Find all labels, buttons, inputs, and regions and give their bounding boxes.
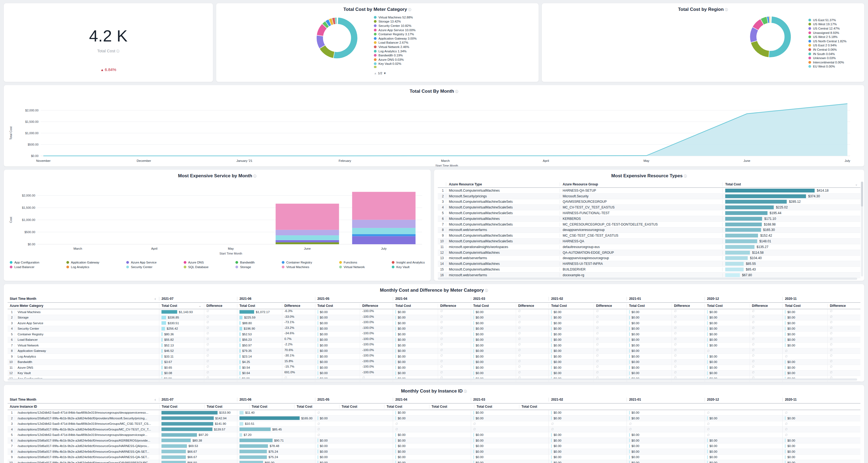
pager-up-icon[interactable]: ▲	[374, 71, 377, 75]
total-cost-header[interactable]: Total Cost	[393, 304, 438, 308]
legend-item[interactable]: US Central 12.47%	[808, 26, 846, 31]
bar-segment[interactable]	[276, 235, 339, 240]
chevron-left-icon[interactable]: ‹	[155, 397, 159, 402]
month-header[interactable]: 2021-01	[627, 398, 705, 402]
legend-item[interactable]: Virtual Machines 52.88%	[374, 15, 417, 20]
total-cost-header[interactable]: Total Cost	[384, 405, 429, 408]
legend-item[interactable]: Application Gateway	[66, 260, 99, 265]
total-cost-header[interactable]: Total Cost	[782, 304, 827, 308]
legend-item[interactable]: Storage 13.42%	[374, 20, 417, 24]
month-header[interactable]: 2021-05	[315, 398, 393, 402]
table-row[interactable]: 10Microsoft.Compute/virtualMachineScaleS…	[438, 238, 860, 244]
month-header[interactable]: 2021-03	[471, 398, 549, 402]
legend-item[interactable]: US West 19.17%	[808, 22, 846, 27]
month-header[interactable]: 2021-03	[471, 297, 549, 300]
month-header[interactable]: 2021-04	[393, 297, 471, 300]
table-row[interactable]: 6Microsoft.Compute/virtualMachinesKERBER…	[438, 216, 860, 222]
difference-header[interactable]: Difference	[750, 304, 783, 308]
legend-item[interactable]: Key Vault 0.02%	[374, 62, 417, 66]
legend-item[interactable]: IN South 0.04%	[808, 52, 846, 56]
horizontal-scrollbar[interactable]	[438, 278, 857, 280]
table-row[interactable]: 11Azure DNS$0.65∅$0.54-15.7%$0.00-100.0%…	[8, 365, 860, 371]
legend-item[interactable]: Log Analytics 1.34%	[374, 49, 417, 53]
legend-item[interactable]: Azure App Service	[126, 260, 157, 265]
chevron-left-icon[interactable]: ‹	[155, 296, 159, 301]
legend-item[interactable]: EU West 0.00%	[808, 64, 846, 69]
legend-item[interactable]: Container Registry	[282, 260, 312, 265]
bar-segment[interactable]	[352, 236, 415, 244]
month-header[interactable]: 2021-05	[315, 297, 393, 300]
legend-item[interactable]: Insight and Analytics	[392, 260, 425, 265]
month-header[interactable]: 2021-06	[237, 297, 315, 300]
legend-item[interactable]: Unassigned 8.93%	[808, 31, 846, 35]
table-row[interactable]: 8/subscriptions/20d6a917-99fa-4b1b-9b2e-…	[8, 449, 860, 455]
legend-item[interactable]: US East 51.37%	[808, 18, 846, 22]
legend-item[interactable]: Application Gateway 3.00%	[374, 36, 417, 41]
total-cost-header[interactable]: Total Cost	[705, 304, 750, 308]
legend-item[interactable]: Virtual Network 2.46%	[374, 45, 417, 49]
total-cost-header[interactable]: Total Cost	[159, 405, 204, 408]
bar-segment[interactable]	[352, 228, 415, 234]
table-row[interactable]: 2/subscriptions/20d6a917-99fa-4b1b-9b2e-…	[8, 415, 860, 421]
month-header[interactable]: 2021-02	[549, 398, 627, 402]
month-header[interactable]: 2021-07	[159, 297, 237, 300]
table-row[interactable]: 11microsoft.operationalinsights/workspac…	[438, 244, 860, 250]
total-cost-header[interactable]: Total Cost ⌄	[722, 182, 860, 186]
table-row[interactable]: 12Key Vault$0.08∅$0.64691.0%$0.00-100.0%…	[8, 371, 860, 376]
difference-header[interactable]: Difference	[360, 304, 393, 308]
bar-segment[interactable]	[352, 192, 415, 220]
legend-item[interactable]: Security Center 10.82%	[374, 24, 417, 28]
table-row[interactable]: 15Microsoft.Compute/virtualMachinesBUILD…	[438, 267, 860, 272]
month-header[interactable]: 2021-06	[237, 398, 315, 402]
table-row[interactable]: 9Log Analytics$33.11∅$23.14-30.1%$0.00-1…	[8, 354, 860, 359]
donut-segment[interactable]	[751, 41, 769, 57]
info-icon[interactable]: ⓘ	[455, 90, 458, 93]
month-header[interactable]: 2020-12	[705, 398, 783, 402]
vertical-scrollbar[interactable]	[861, 182, 863, 277]
horizontal-scrollbar[interactable]	[8, 378, 857, 381]
table-row[interactable]: 9Microsoft.Compute/virtualMachineScaleSe…	[438, 233, 860, 238]
legend-item[interactable]: Azure App Service 10.00%	[374, 28, 417, 32]
total-cost-header[interactable]: Total Cost	[237, 304, 282, 308]
area-fill[interactable]	[43, 104, 847, 156]
legend-item[interactable]: US West 2 5.18%	[808, 35, 846, 39]
month-header[interactable]: 2020-11	[782, 398, 860, 402]
table-row[interactable]: 1Microsoft.Compute/virtualMachinesHARNES…	[438, 188, 860, 194]
difference-header[interactable]: Difference	[282, 304, 315, 308]
total-cost-header[interactable]: Total Cost⌄	[159, 304, 204, 308]
table-row[interactable]: 9/subscriptions/20d6a917-99fa-4b1b-9b2e-…	[8, 455, 860, 460]
scrollbar-thumb[interactable]	[861, 182, 863, 207]
legend-item[interactable]: Unknown 0.03%	[808, 56, 846, 60]
table-row[interactable]: 4/subscriptions/20d6a917-99fa-4b1b-9b2e-…	[8, 427, 860, 432]
table-row[interactable]: 16microsoft.web/serverfarmsdocexample-rg…	[438, 272, 860, 278]
table-row[interactable]: 13microsoft.web/serverfarmsdevappservice…	[438, 256, 860, 261]
donut-segment[interactable]	[771, 16, 772, 23]
total-cost-header[interactable]: Total Cost	[339, 405, 384, 408]
legend-item[interactable]: Virtual Machines	[282, 265, 312, 269]
info-icon[interactable]: ⓘ	[684, 174, 687, 178]
total-cost-header[interactable]: Total Cost	[315, 304, 360, 308]
difference-header[interactable]: Difference	[827, 304, 860, 308]
legend-item[interactable]: Virtual Network	[339, 265, 365, 269]
legend-item[interactable]: Load Balancer 2.67%	[374, 41, 417, 45]
table-row[interactable]: 10/subscriptions/20d6a917-99fa-4b1b-9b2e…	[8, 460, 860, 463]
bar-segment[interactable]	[276, 204, 339, 230]
table-row[interactable]: 4Microsoft.Compute/virtualMachineScaleSe…	[438, 205, 860, 210]
month-header[interactable]: 2021-04	[393, 398, 471, 402]
difference-header[interactable]: Difference	[438, 304, 471, 308]
legend-item[interactable]: App Configuration	[10, 260, 39, 265]
table-row[interactable]: 3/subscriptions/12d2db62-5aa9-471d-84bb-…	[8, 421, 860, 427]
pager-down-icon[interactable]: ▼	[383, 71, 386, 75]
month-header[interactable]: 2020-11	[782, 297, 860, 300]
legend-item[interactable]: Functions	[339, 260, 365, 265]
table-row[interactable]: 10Bandwidth$3.67∅$4.2515.8%$0.00-100.0%$…	[8, 359, 860, 365]
table-row[interactable]: 8Application Gateway$46.52∅$79.3570.6%$0…	[8, 348, 860, 354]
difference-header[interactable]: Difference	[204, 304, 237, 308]
info-icon[interactable]: ⓘ	[408, 8, 411, 12]
table-row[interactable]: 1/subscriptions/12d2db62-5aa9-471d-84bb-…	[8, 410, 860, 416]
chevron-down-icon[interactable]: ⌄	[855, 182, 858, 186]
legend-item[interactable]: Intercontinental 0.00%	[808, 60, 846, 64]
legend-item[interactable]: IN Central 0.06%	[808, 48, 846, 52]
legend-item[interactable]: SQL Database	[184, 265, 209, 269]
difference-header[interactable]: Difference	[516, 304, 549, 308]
